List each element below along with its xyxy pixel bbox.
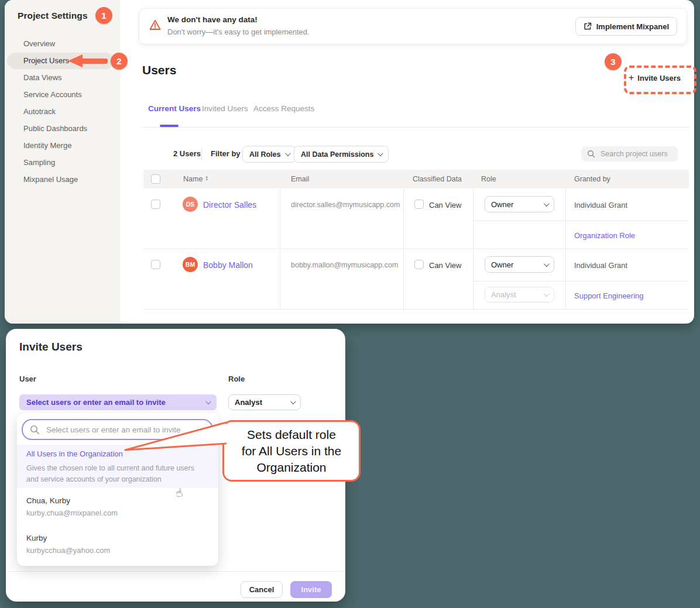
sub-row-divider xyxy=(473,221,689,221)
dialog-role-value: Analyst xyxy=(235,398,262,407)
step-badge-3: 3 xyxy=(605,53,622,70)
column-header-role: Role xyxy=(481,175,496,183)
sidebar: Project Settings Overview Project Users … xyxy=(5,0,120,324)
sidebar-item-mixpanel-usage[interactable]: Mixpanel Usage xyxy=(23,171,78,188)
callout-line: Organization xyxy=(256,459,326,476)
dialog-role-select[interactable]: Analyst xyxy=(228,394,301,410)
select-all-checkbox[interactable] xyxy=(151,174,160,184)
callout-tail xyxy=(117,415,228,462)
invite-users-label: Invite Users xyxy=(637,74,681,83)
tab-access-requests[interactable]: Access Requests xyxy=(253,104,314,113)
sidebar-item-sampling[interactable]: Sampling xyxy=(23,154,55,171)
users-table: Name▲▼ Email Classified Data Role Grante… xyxy=(143,170,689,309)
callout-line: Sets default role xyxy=(247,427,336,443)
can-view-checkbox[interactable] xyxy=(414,260,424,269)
chevron-down-icon xyxy=(290,399,296,404)
user-select-value: Select users or enter an email to invite xyxy=(26,398,166,407)
tab-current-users[interactable]: Current Users xyxy=(148,104,201,113)
can-view-checkbox[interactable] xyxy=(414,200,424,209)
search-icon xyxy=(587,150,595,158)
filter-separator xyxy=(201,147,202,160)
tab-invited-users[interactable]: Invited Users xyxy=(202,104,248,113)
row-checkbox[interactable] xyxy=(151,200,160,209)
sidebar-item-data-views[interactable]: Data Views xyxy=(23,70,62,86)
permissions-filter-dropdown[interactable]: All Data Permissions xyxy=(294,146,389,163)
sidebar-item-overview[interactable]: Overview xyxy=(23,36,55,52)
step-badge-2: 2 xyxy=(111,53,128,70)
granted-by-value: Individual Grant xyxy=(574,261,627,270)
user-name-link[interactable]: Director Salles xyxy=(203,200,256,209)
permissions-filter-value: All Data Permissions xyxy=(301,150,373,159)
filter-by-label: Filter by xyxy=(211,149,241,158)
column-header-classified: Classified Data xyxy=(413,175,462,183)
user-count: 2 Users xyxy=(173,149,201,158)
banner-subtitle: Don't worry—it's easy to get implemented… xyxy=(167,28,310,36)
user-email: bobby.mallon@mymusicapp.com xyxy=(291,261,398,269)
row-checkbox[interactable] xyxy=(151,260,160,269)
settings-content: We don't have any data! Don't worry—it's… xyxy=(120,0,694,324)
cancel-button[interactable]: Cancel xyxy=(241,581,283,598)
sub-row-divider xyxy=(473,281,689,281)
sidebar-item-autotrack[interactable]: Autotrack xyxy=(23,104,56,120)
chevron-down-icon xyxy=(284,150,290,156)
option-chua-kurby[interactable]: Chua, Kurby kurby.chua@mixpanel.com xyxy=(17,493,218,522)
annotation-callout: Sets default role for All Users in the O… xyxy=(222,420,361,482)
table-row: DS Director Salles director.salles@mymus… xyxy=(143,188,689,249)
column-header-email: Email xyxy=(291,175,309,183)
implement-mixpanel-button[interactable]: Implement Mixpanel xyxy=(575,17,677,36)
banner-title: We don't have any data! xyxy=(167,15,258,24)
option-kurby[interactable]: Kurby kurbycchua@yahoo.com xyxy=(17,530,218,559)
chevron-down-icon xyxy=(544,201,550,207)
sidebar-item-project-users[interactable]: Project Users xyxy=(23,53,69,69)
chevron-down-icon xyxy=(205,399,211,404)
page-title: Project Settings xyxy=(18,11,88,21)
dialog-title: Invite Users xyxy=(19,341,83,353)
implement-mixpanel-label: Implement Mixpanel xyxy=(596,22,669,31)
avatar: BM xyxy=(183,257,198,272)
search-icon xyxy=(30,425,40,435)
column-header-name[interactable]: Name▲▼ xyxy=(183,175,208,183)
step-badge-1: 1 xyxy=(95,7,112,24)
user-field-label: User xyxy=(19,375,36,383)
search-project-users-input[interactable] xyxy=(599,149,672,159)
sidebar-item-service-accounts[interactable]: Service Accounts xyxy=(23,87,82,103)
sidebar-item-identity-merge[interactable]: Identity Merge xyxy=(23,138,71,154)
sidebar-item-public-dashboards[interactable]: Public Dashboards xyxy=(23,121,87,137)
chevron-down-icon xyxy=(544,291,550,297)
granted-by-value: Individual Grant xyxy=(574,201,627,209)
user-email: director.salles@mymusicapp.com xyxy=(291,201,400,209)
no-data-banner: We don't have any data! Don't worry—it's… xyxy=(139,8,687,44)
settings-panel: Project Settings Overview Project Users … xyxy=(5,0,694,324)
search-project-users[interactable] xyxy=(581,146,678,162)
role-select[interactable]: Owner xyxy=(485,256,554,273)
user-select[interactable]: Select users or enter an email to invite xyxy=(19,394,217,410)
user-name-link[interactable]: Bobby Mallon xyxy=(203,260,253,270)
role-field-label: Role xyxy=(228,375,245,383)
role-select-disabled: Analyst xyxy=(485,287,554,303)
annotation-arrow-icon xyxy=(68,54,83,67)
chevron-down-icon xyxy=(544,261,550,267)
chevron-down-icon xyxy=(378,150,383,156)
roles-filter-dropdown[interactable]: All Roles xyxy=(242,146,296,163)
granted-by-link[interactable]: Support Engineering xyxy=(574,291,644,300)
table-header: Name▲▼ Email Classified Data Role Grante… xyxy=(143,170,689,188)
can-view-label: Can View xyxy=(429,261,461,270)
invite-button[interactable]: Invite xyxy=(290,581,332,598)
role-select[interactable]: Owner xyxy=(485,196,554,212)
option-all-users-title[interactable]: All Users in the Organization xyxy=(26,449,123,458)
table-row: BM Bobby Mallon bobby.mallon@mymusicapp.… xyxy=(143,249,689,309)
dialog-footer-divider xyxy=(6,571,345,572)
tabs-divider xyxy=(142,127,689,128)
option-all-users-desc: Gives the chosen role to all current and… xyxy=(26,463,202,485)
column-header-granted-by: Granted by xyxy=(574,175,610,183)
can-view-label: Can View xyxy=(429,201,461,209)
warning-icon xyxy=(149,19,162,32)
external-link-icon xyxy=(584,22,592,30)
plus-icon: + xyxy=(629,73,634,83)
annotation-arrow-shaft xyxy=(82,59,108,64)
avatar: DS xyxy=(183,197,198,212)
callout-line: for All Users in the xyxy=(242,443,341,459)
sort-icon: ▲▼ xyxy=(205,176,208,181)
granted-by-link[interactable]: Organization Role xyxy=(574,231,635,240)
invite-users-button[interactable]: + Invite Users xyxy=(629,71,689,85)
